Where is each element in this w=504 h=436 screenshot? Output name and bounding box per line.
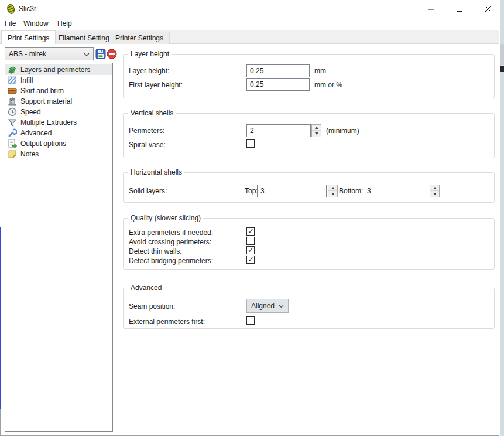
external-perimeters-first-checkbox[interactable] (246, 316, 255, 325)
sidebar-item-label: Multiple Extruders (20, 118, 77, 127)
field-label: Spiral vase: (129, 141, 166, 149)
funnel-icon (8, 118, 17, 127)
avoid-crossing-perimeters-checkbox[interactable] (246, 237, 255, 245)
sidebar-item-label: Speed (20, 108, 41, 116)
app-window: Slic3r File Window Help Print Settings F… (0, 0, 499, 436)
tab-bar: Print Settings Filament Settings Printer… (0, 30, 499, 44)
delete-preset-button[interactable] (107, 49, 117, 59)
field-label: Layer height: (129, 67, 169, 75)
field-label: Detect bridging perimeters: (129, 257, 213, 265)
spinner-up-icon[interactable] (328, 185, 337, 191)
field-label: Solid layers: (129, 187, 167, 195)
group-quality: Quality (slower slicing) Extra perimeter… (123, 218, 495, 270)
notes-icon (8, 149, 17, 159)
tab-print-settings[interactable]: Print Settings (1, 30, 56, 44)
seam-position-dropdown[interactable]: Aligned (246, 299, 289, 313)
unit-label: mm (314, 67, 326, 75)
sidebar-item-label: Layers and perimeters (20, 66, 90, 74)
sidebar-item-label: Advanced (20, 129, 52, 137)
sidebar-item-layers-and-perimeters[interactable]: Layers and perimeters (5, 64, 112, 75)
maximize-button[interactable] (448, 0, 471, 18)
top-label: Top: (245, 187, 258, 195)
speed-clock-icon (8, 107, 17, 117)
output-page-icon (8, 139, 17, 148)
floppy-save-icon (95, 53, 106, 61)
group-title: Advanced (128, 284, 164, 292)
group-title: Horizontal shells (128, 168, 184, 176)
solid-layers-top-spinner[interactable] (328, 185, 338, 197)
sidebar-item-skirt-and-brim[interactable]: Skirt and brim (5, 86, 112, 96)
field-label: Perimeters: (129, 127, 164, 135)
preset-dropdown[interactable]: ABS - mirek (5, 47, 94, 60)
spinner-down-icon[interactable] (430, 191, 439, 197)
close-button[interactable] (477, 0, 499, 18)
sidebar-item-multiple-extruders[interactable]: Multiple Extruders (5, 117, 112, 128)
group-title: Quality (slower slicing) (128, 214, 203, 222)
sidebar-item-infill[interactable]: Infill (5, 75, 112, 86)
menu-help[interactable]: Help (57, 19, 72, 28)
field-label: Extra perimeters if needed: (129, 229, 213, 237)
sidebar-item-support-material[interactable]: Support material (5, 96, 112, 107)
sidebar-item-speed[interactable]: Speed (5, 107, 112, 117)
minimum-suffix: (minimum) (326, 127, 359, 135)
sidebar-item-label: Skirt and brim (20, 87, 64, 95)
background-strip-notch (500, 66, 504, 72)
sidebar-item-advanced[interactable]: Advanced (5, 128, 112, 138)
unit-label: mm or % (314, 81, 342, 89)
window-title: Slic3r (19, 5, 36, 13)
background-edge-gray (0, 409, 1, 436)
solid-layers-bottom-input[interactable] (364, 185, 428, 197)
extra-perimeters-checkbox[interactable] (246, 227, 255, 236)
field-label: Avoid crossing perimeters: (129, 238, 211, 246)
background-strip-segment (500, 44, 504, 65)
delete-minus-icon (107, 53, 117, 61)
chevron-down-icon (279, 302, 284, 310)
support-building-icon (8, 97, 17, 106)
chevron-down-icon (84, 50, 90, 58)
background-edge-blue (0, 227, 1, 409)
menu-bar: File Window Help (0, 18, 499, 30)
group-layer-height: Layer height Layer height: mm First laye… (123, 54, 495, 98)
save-preset-button[interactable] (95, 49, 106, 59)
sidebar-item-label: Output options (20, 139, 66, 148)
layer-height-input[interactable] (246, 64, 310, 77)
menu-window[interactable]: Window (23, 19, 49, 28)
perimeters-spinner[interactable] (311, 124, 321, 137)
group-horizontal-shells: Horizontal shells Solid layers: Top: Bot… (123, 172, 495, 203)
slic3r-logo-icon (6, 4, 16, 16)
sidebar-item-label: Support material (20, 97, 72, 105)
titlebar: Slic3r (0, 0, 499, 18)
perimeters-input[interactable] (246, 124, 311, 137)
field-label: Seam position: (129, 302, 175, 311)
menu-file[interactable]: File (5, 19, 16, 28)
spiral-vase-checkbox[interactable] (246, 139, 255, 148)
spinner-up-icon[interactable] (430, 185, 439, 191)
group-vertical-shells: Vertical shells Perimeters: (minimum) Sp… (123, 113, 495, 158)
background-window-strip (500, 0, 504, 436)
spinner-down-icon[interactable] (312, 131, 321, 137)
skirt-icon (8, 86, 17, 96)
sidebar-item-label: Infill (20, 76, 33, 84)
spinner-up-icon[interactable] (312, 125, 321, 131)
preset-value: ABS - mirek (9, 50, 46, 58)
sidebar-item-output-options[interactable]: Output options (5, 138, 112, 149)
group-title: Layer height (128, 50, 172, 58)
solid-layers-top-input[interactable] (257, 185, 327, 197)
detect-thin-walls-checkbox[interactable] (246, 246, 255, 254)
solid-layers-bottom-spinner[interactable] (430, 185, 440, 197)
seam-position-value: Aligned (251, 302, 275, 310)
settings-tree: Layers and perimeters Infill (5, 63, 113, 432)
sidebar-item-label: Notes (20, 150, 39, 158)
detect-bridging-perimeters-checkbox[interactable] (246, 256, 255, 264)
first-layer-height-input[interactable] (246, 78, 310, 91)
minimize-button[interactable] (420, 0, 442, 18)
field-label: External perimeters first: (129, 318, 205, 326)
field-label: First layer height: (129, 81, 183, 89)
group-advanced: Advanced Seam position: Aligned External… (123, 288, 495, 329)
layers-icon (8, 65, 17, 74)
bottom-label: Bottom: (339, 187, 363, 195)
spinner-down-icon[interactable] (328, 191, 337, 197)
wrench-icon (8, 128, 17, 138)
sidebar-item-notes[interactable]: Notes (5, 149, 112, 159)
tab-printer-settings[interactable]: Printer Settings (109, 32, 170, 44)
